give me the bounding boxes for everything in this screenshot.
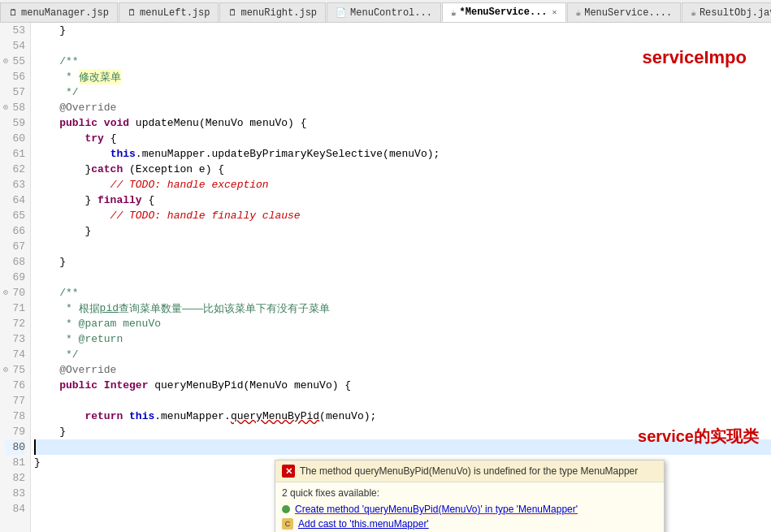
error-popup-header: ✕ The method queryMenuByPid(MenuVo) is u… [275,461,664,482]
ln-81: 81 [5,455,25,470]
ln-75: 75 [5,362,25,378]
code-line-53: } [34,23,771,38]
code-line-62: }catch (Exception e) { [34,162,771,177]
fix-dot-1 [282,505,290,513]
code-line-56: * 修改菜单 [34,69,771,84]
ln-83: 83 [5,486,25,501]
code-line-76: public Integer queryMenuByPid(MenuVo men… [34,378,771,393]
code-line-73: * @return [34,331,771,347]
code-line-61: this.menuMapper.updateByPrimaryKeySelect… [34,146,771,162]
fix-item-1[interactable]: Create method 'queryMenuByPid(MenuVo)' i… [282,502,657,517]
ln-57: 57 [5,84,25,100]
tab-bar: 🗒 menuManager.jsp 🗒 menuLeft.jsp 🗒 menuR… [0,0,771,23]
ln-65: 65 [5,208,25,223]
ln-84: 84 [5,501,25,517]
ln-68: 68 [5,254,25,270]
ln-82: 82 [5,470,25,486]
ln-66: 66 [5,223,25,239]
code-line-74: */ [34,347,771,362]
code-line-64: } finally { [34,192,771,208]
tab-menuLeft[interactable]: 🗒 menuLeft.jsp [119,2,219,22]
tab-menuServiceImpl[interactable]: ☕ *MenuService... ✕ [442,2,566,22]
error-message-text: The method queryMenuByPid(MenuVo) is und… [300,465,638,477]
fix-link-1[interactable]: Create method 'queryMenuByPid(MenuVo)' i… [295,504,578,515]
java-icon-3: ☕ [691,7,696,18]
ln-62: 62 [5,162,25,177]
ln-67: 67 [5,239,25,254]
error-icon: ✕ [282,465,295,478]
code-line-78: return this.menuMapper.queryMenuByPid(me… [34,409,771,424]
java-icon-2: ☕ [576,7,582,18]
fix-item-2[interactable]: C Add cast to 'this.menuMapper' [282,517,657,531]
code-line-54 [34,38,771,54]
ln-63: 63 [5,177,25,192]
jsp-icon-4: 📄 [336,7,347,18]
code-content[interactable]: } /** * 修改菜单 */ @Override public void up… [31,23,771,532]
tab-menuRight[interactable]: 🗒 menuRight.jsp [219,2,326,22]
ln-80: 80 [5,439,25,455]
tab-menuManager[interactable]: 🗒 menuManager.jsp [0,2,118,22]
code-line-68: } [34,254,771,270]
ln-76: 76 [5,378,25,393]
ln-64: 64 [5,192,25,208]
code-line-77 [34,393,771,409]
ln-56: 56 [5,69,25,84]
error-popup-body: 2 quick fixes available: Create method '… [275,482,664,532]
ln-55: 55 [5,54,25,69]
code-line-72: * @param menuVo [34,316,771,331]
ln-58: 58 [5,100,25,115]
code-line-60: try { [34,131,771,146]
ln-59: 59 [5,115,25,131]
ln-72: 72 [5,316,25,331]
jsp-icon-2: 🗒 [128,7,136,18]
error-popup[interactable]: ✕ The method queryMenuByPid(MenuVo) is u… [275,460,665,532]
ln-73: 73 [5,331,25,347]
jsp-icon: 🗒 [9,7,18,18]
svg-text:C: C [285,520,291,528]
ln-70: 70 [5,285,25,301]
jsp-icon-3: 🗒 [228,7,237,18]
ln-53: 53 [5,23,25,38]
code-line-67 [34,239,771,254]
tab-menuControl[interactable]: 📄 MenuControl... [327,2,441,22]
ln-69: 69 [5,270,25,285]
code-line-79: } [34,424,771,439]
code-line-55: /** [34,54,771,69]
quick-fix-title: 2 quick fixes available: [282,487,657,499]
tab-resultObj[interactable]: ☕ ResultObj.java [682,2,771,22]
ln-79: 79 [5,424,25,439]
ln-61: 61 [5,146,25,162]
java-icon: ☕ [451,7,457,18]
code-line-80 [34,439,771,455]
editor-area: 53 54 55 56 57 58 59 60 61 62 63 64 65 6… [0,23,771,532]
code-line-75: @Override [34,362,771,378]
code-line-71: * 根据pid查询菜单数量——比如该菜单下有没有子菜单 [34,301,771,316]
ln-77: 77 [5,393,25,409]
code-line-57: */ [34,84,771,100]
code-line-63: // TODO: handle exception [34,177,771,192]
ln-78: 78 [5,409,25,424]
cast-icon: C [282,518,293,530]
line-numbers: 53 54 55 56 57 58 59 60 61 62 63 64 65 6… [0,23,31,532]
code-line-66: } [34,223,771,239]
tab-menuService2[interactable]: ☕ MenuService.... [567,2,682,22]
code-line-69 [34,270,771,285]
ln-71: 71 [5,301,25,316]
ln-60: 60 [5,131,25,146]
fix-link-2[interactable]: Add cast to 'this.menuMapper' [298,518,429,530]
ln-54: 54 [5,38,25,54]
tab-close-icon[interactable]: ✕ [552,7,557,17]
code-line-59: public void updateMenu(MenuVo menuVo) { [34,115,771,131]
ln-74: 74 [5,347,25,362]
code-line-58: @Override [34,100,771,115]
code-line-65: // TODO: handle finally clause [34,208,771,223]
code-line-70: /** [34,285,771,301]
